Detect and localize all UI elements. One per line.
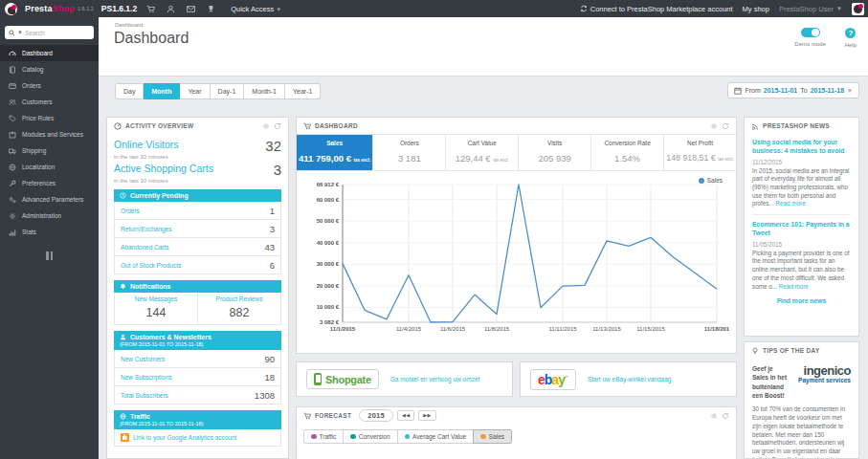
kpi-tab-sales[interactable]: Sales 411 759,00 € tax excl. — [297, 135, 372, 170]
marketplace-link[interactable]: Connect to PrestaShop Marketplace accoun… — [580, 5, 733, 13]
bar-chart-icon — [9, 229, 16, 236]
forecast-year[interactable]: 2015 — [359, 409, 393, 422]
svg-text:11/18/201: 11/18/201 — [704, 326, 730, 332]
demo-mode-toggle[interactable] — [801, 28, 820, 37]
news-article-title[interactable]: Ecommerce 101: Payments in a Tweet — [752, 221, 851, 238]
search-scope-caret-icon[interactable]: ▼ — [17, 30, 23, 35]
kpi-tab-cart-value[interactable]: Cart Value 129,44 € tax excl. — [445, 135, 518, 170]
row-value: 1 — [270, 206, 275, 216]
svg-text:11/1/2015: 11/1/2015 — [330, 326, 356, 332]
sidebar-item-dashboard[interactable]: Dashboard — [0, 45, 99, 61]
my-shop-link[interactable]: My shop — [743, 5, 769, 13]
active-carts-link[interactable]: Active Shopping Carts — [114, 163, 213, 174]
read-more-link[interactable]: Read more — [776, 200, 806, 207]
kpi-tab-net-profit[interactable]: Net Profit 148 918,51 € tax excl. — [663, 135, 736, 170]
news-article-date: 11/12/2015 — [752, 159, 851, 165]
prestashop-logo[interactable] — [5, 3, 17, 15]
panel-settings-button[interactable] — [710, 122, 718, 130]
ebay-link[interactable]: Start uw eBay-winkel vandaag — [588, 376, 671, 382]
cell-link[interactable]: Product Reviews — [198, 295, 280, 302]
preset-month-1-button[interactable]: Month-1 — [244, 83, 285, 99]
search-input[interactable] — [25, 30, 82, 36]
row-link[interactable]: Total Subscribers — [121, 392, 168, 399]
sidebar-item-preferences[interactable]: Preferences — [0, 175, 99, 191]
row-link[interactable]: New Customers — [121, 356, 165, 362]
quick-access-menu[interactable]: Quick Access ▼ — [231, 5, 281, 13]
brand[interactable]: PrestaShop — [25, 4, 75, 13]
sidebar-item-advanced-parameters[interactable]: Advanced Parameters — [0, 191, 99, 208]
preset-day-button[interactable]: Day — [115, 83, 144, 99]
toggle-sales[interactable]: Sales — [473, 429, 512, 444]
shop-name[interactable]: PS1.6.1.2 — [101, 4, 137, 13]
kpi-tab-conversion-rate[interactable]: Conversion Rate 1.54% — [590, 135, 663, 170]
row-link[interactable]: Abandoned Carts — [121, 244, 169, 251]
help-label: Help — [845, 42, 857, 48]
notifications-cells: New Messages 144 Product Reviews 882 — [114, 293, 281, 325]
rewind-icon[interactable]: ◀◀ — [397, 410, 414, 421]
row-link[interactable]: Out of Stock Products — [121, 262, 181, 269]
trophy-icon[interactable] — [205, 3, 217, 15]
chevron-down-icon: ▼ — [276, 7, 281, 12]
user-menu[interactable]: PrestaShop User ▼ — [779, 5, 842, 13]
currently-pending-header: Currently Pending — [114, 189, 281, 202]
online-visitors-link[interactable]: Online Visitors — [114, 139, 179, 150]
messages-icon[interactable] — [185, 3, 197, 15]
preset-year-1-button[interactable]: Year-1 — [285, 83, 321, 99]
refresh-icon — [274, 122, 281, 130]
sidebar-item-stats[interactable]: Stats — [0, 224, 99, 240]
sidebar-item-customers[interactable]: Customers — [0, 94, 99, 110]
gauge-icon — [9, 50, 16, 57]
toggle-traffic[interactable]: Traffic — [303, 429, 344, 444]
collapse-menu-icon[interactable] — [45, 251, 55, 260]
shopgate-link[interactable]: Ga mobiel en verhoog uw omzet — [390, 376, 480, 382]
svg-text:11/13/2015: 11/13/2015 — [592, 326, 621, 332]
row-link[interactable]: Orders — [121, 208, 140, 214]
panel-refresh-button[interactable] — [722, 122, 729, 130]
sidebar-item-administration[interactable]: Administration — [0, 208, 99, 224]
cart-icon[interactable] — [145, 3, 157, 15]
dashboard-panel-header: DASHBOARD — [297, 118, 736, 134]
sidebar-item-localization[interactable]: Localization — [0, 159, 99, 175]
preset-day-1-button[interactable]: Day-1 — [211, 83, 245, 99]
sidebar-item-orders[interactable]: Orders — [0, 77, 99, 94]
panel-refresh-button[interactable] — [274, 122, 281, 130]
preset-month-button[interactable]: Month — [144, 83, 180, 99]
svg-text:11/4/2015: 11/4/2015 — [396, 326, 422, 332]
kpi-tab-orders[interactable]: Orders 3 181 — [372, 135, 445, 170]
sidebar-search[interactable]: ▼ — [5, 26, 94, 39]
panel-settings-button[interactable] — [262, 122, 270, 130]
find-more-news-link[interactable]: Find more news — [752, 297, 851, 304]
pending-row-out-of-stock: Out of Stock Products 6 — [114, 256, 281, 274]
sidebar-item-price-rules[interactable]: Price Rules — [0, 110, 99, 126]
cell-link[interactable]: New Messages — [115, 295, 197, 302]
svg-text:11/15/2015: 11/15/2015 — [636, 326, 665, 332]
divider — [752, 214, 851, 215]
fast-forward-icon[interactable]: ▶▶ — [418, 410, 435, 421]
kpi-tab-visits[interactable]: Visits 205 939 — [518, 135, 590, 170]
ebay-logo[interactable]: ebay™ — [530, 369, 576, 390]
toggle-conversion[interactable]: Conversion — [343, 429, 397, 444]
customer-icon[interactable] — [165, 3, 177, 15]
sidebar-item-shipping[interactable]: Shipping — [0, 142, 99, 159]
row-link[interactable]: Return/Exchanges — [121, 226, 171, 232]
section-title: Currently Pending — [130, 192, 189, 199]
svg-text:11/11/2015: 11/11/2015 — [548, 326, 577, 332]
panel-title: DASHBOARD — [315, 122, 358, 129]
sales-dot-icon — [480, 434, 486, 440]
news-article-title[interactable]: Using social media for your business: 4 … — [752, 139, 851, 156]
date-range-picker[interactable]: From 2015-11-01 To 2015-11-18 ▼ — [727, 82, 859, 98]
google-analytics-link[interactable]: Link to your Google Analytics account — [133, 434, 236, 441]
shopgate-logo[interactable]: Shopgate — [306, 369, 379, 389]
sidebar: ▼ Dashboard Catalog Orders Customers Pri… — [0, 17, 99, 459]
kpi-value: 148 918,51 € — [666, 153, 715, 163]
sidebar-item-modules[interactable]: Modules and Services — [0, 126, 99, 142]
panel-settings-button[interactable] — [710, 412, 718, 420]
sidebar-item-catalog[interactable]: Catalog — [0, 61, 99, 77]
panel-refresh-button[interactable] — [722, 412, 729, 420]
read-more-link[interactable]: Read more — [779, 283, 809, 290]
user-avatar[interactable] — [852, 3, 864, 15]
help-icon[interactable]: ? — [845, 28, 856, 38]
row-link[interactable]: New Subscriptions — [121, 374, 172, 381]
toggle-average-cart-value[interactable]: Average Cart Value — [397, 429, 475, 444]
preset-year-button[interactable]: Year — [180, 83, 210, 99]
